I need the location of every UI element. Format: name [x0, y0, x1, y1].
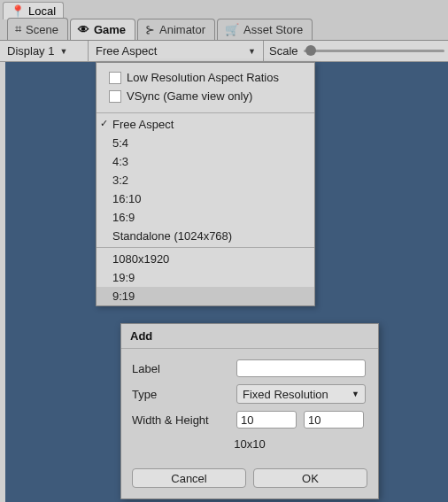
type-select-value: Fixed Resolution	[243, 388, 328, 401]
aspect-item-label: Free Aspect	[112, 118, 174, 131]
aspect-item-label: 16:10	[112, 192, 142, 205]
chevron-down-icon: ▼	[351, 390, 359, 398]
aspect-item-label: 1080x1920	[112, 252, 169, 266]
tab-asset-store-label: Asset Store	[243, 23, 303, 36]
aspect-dropdown-panel: Low Resolution Aspect Ratios VSync (Game…	[96, 62, 315, 306]
aspect-item-label: 5:4	[112, 136, 128, 150]
tab-game[interactable]: 👁 Game	[70, 19, 135, 40]
chevron-down-icon: ▼	[59, 47, 67, 56]
scene-icon: ⌗	[15, 22, 21, 36]
scale-slider[interactable]	[304, 50, 444, 52]
vsync-label: VSync (Game view only)	[127, 89, 252, 103]
width-input[interactable]	[236, 411, 297, 429]
aspect-dropdown[interactable]: Free Aspect ▼	[89, 41, 264, 61]
aspect-item-16-10[interactable]: 16:10	[97, 189, 314, 208]
aspect-item-9-19[interactable]: 9:19	[97, 287, 314, 305]
pin-icon: 📍	[11, 4, 25, 18]
scale-label: Scale	[264, 44, 304, 58]
display-dropdown[interactable]: Display 1 ▼	[0, 41, 89, 61]
vsync-checkbox-row[interactable]: VSync (Game view only)	[109, 87, 305, 105]
aspect-item-label: 19:9	[112, 271, 135, 284]
size-field-label: Width & Height	[132, 413, 236, 427]
display-label: Display 1	[7, 44, 54, 58]
separator	[97, 247, 314, 248]
scale-thumb[interactable]	[305, 45, 316, 56]
game-toolbar: Display 1 ▼ Free Aspect ▼ Scale	[0, 41, 448, 62]
aspect-item-free[interactable]: Free Aspect	[97, 115, 314, 134]
aspect-item-5-4[interactable]: 5:4	[97, 134, 314, 152]
ok-button-label: OK	[302, 472, 319, 485]
tab-scene[interactable]: ⌗ Scene	[7, 18, 68, 40]
dialog-title: Add	[121, 324, 378, 349]
low-res-label: Low Resolution Aspect Ratios	[127, 71, 279, 84]
aspect-item-label: Standalone (1024x768)	[112, 229, 232, 243]
aspect-item-1080x1920[interactable]: 1080x1920	[97, 250, 314, 268]
local-tab[interactable]: 📍 Local	[3, 2, 64, 19]
cancel-button-label: Cancel	[171, 472, 206, 485]
type-select[interactable]: Fixed Resolution ▼	[236, 384, 366, 404]
aspect-item-16-9[interactable]: 16:9	[97, 208, 314, 227]
size-preview: 10x10	[132, 432, 367, 456]
game-icon: 👁	[78, 23, 89, 36]
aspect-item-3-2[interactable]: 3:2	[97, 171, 314, 189]
animator-icon: ⊱	[145, 23, 155, 36]
aspect-item-label: 4:3	[112, 155, 128, 168]
tab-scene-label: Scene	[26, 23, 58, 36]
low-res-checkbox-row[interactable]: Low Resolution Aspect Ratios	[109, 68, 305, 87]
local-tab-label: Local	[28, 4, 56, 18]
vsync-checkbox[interactable]	[109, 90, 121, 103]
aspect-item-label: 16:9	[112, 211, 135, 224]
add-resolution-dialog: Add Label Type Fixed Resolution ▼ Width …	[120, 323, 379, 499]
aspect-item-label: 3:2	[112, 174, 128, 187]
aspect-label: Free Aspect	[96, 44, 157, 58]
asset-store-icon: 🛒	[225, 23, 239, 36]
aspect-item-4-3[interactable]: 4:3	[97, 152, 314, 171]
aspect-item-standalone[interactable]: Standalone (1024x768)	[97, 227, 314, 245]
type-field-label: Type	[132, 388, 236, 401]
low-res-checkbox[interactable]	[109, 72, 121, 84]
tab-asset-store[interactable]: 🛒 Asset Store	[217, 19, 313, 40]
separator	[97, 112, 314, 113]
chevron-down-icon: ▼	[248, 47, 256, 56]
tab-animator[interactable]: ⊱ Animator	[137, 19, 215, 40]
ok-button[interactable]: OK	[253, 468, 367, 488]
label-input[interactable]	[236, 359, 366, 377]
label-field-label: Label	[132, 362, 236, 375]
cancel-button[interactable]: Cancel	[132, 468, 246, 488]
aspect-item-label: 9:19	[112, 290, 135, 303]
tab-game-label: Game	[94, 23, 126, 36]
height-input[interactable]	[304, 411, 364, 429]
tab-bar: ⌗ Scene 👁 Game ⊱ Animator 🛒 Asset Store	[0, 19, 448, 41]
tab-animator-label: Animator	[159, 23, 205, 36]
aspect-item-19-9[interactable]: 19:9	[97, 268, 314, 287]
